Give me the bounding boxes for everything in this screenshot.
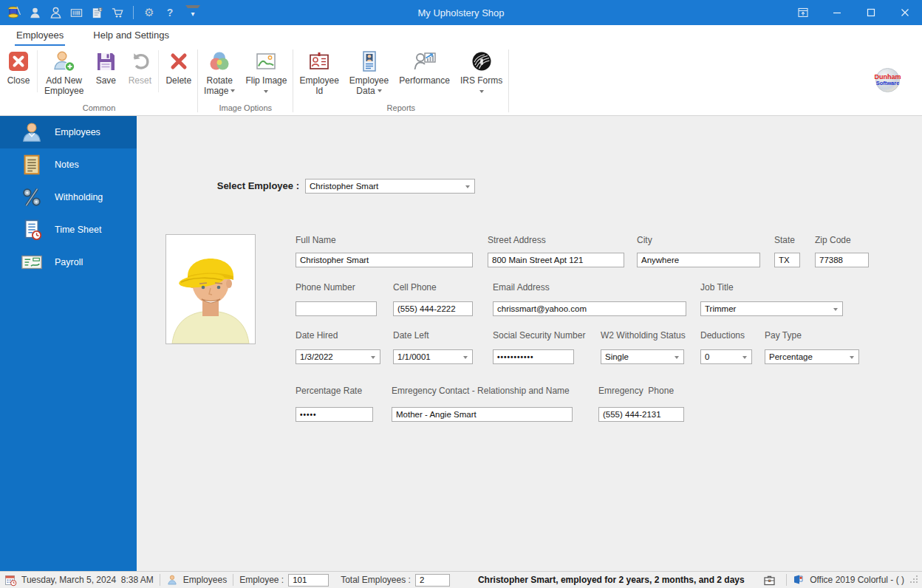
employee-list-icon[interactable] [27,5,42,20]
sidebar-item-employees[interactable]: Employees [0,116,137,148]
pay-type-combo[interactable]: Percentage [765,349,859,364]
navigation-sidebar: Employees Notes Withholding Time Sheet [0,116,137,571]
notes-notepad-icon [20,153,44,177]
add-new-employee-button[interactable]: Add New Employee [39,46,89,103]
dropdown-arrow-icon[interactable] [742,356,747,359]
maximize-button[interactable] [854,0,888,25]
employees-person-icon [20,120,44,144]
field-label: Percentage Rate [296,386,362,396]
job-title-combo[interactable]: Trimmer [700,301,843,316]
status-bar: Tuesday, March 5, 2024 8:38 AM Employees… [0,571,922,588]
emergency-phone-input[interactable]: (555) 444-2131 [598,407,684,422]
rotate-image-button[interactable]: Rotate Image [199,46,240,103]
tab-employees[interactable]: Employees [15,25,65,46]
ribbon-display-options-button[interactable] [786,0,820,25]
invoice-icon[interactable]: $ [89,5,104,20]
email-address-input[interactable]: chrissmart@yahoo.com [493,301,686,316]
emergency-phone-field: Emregency Phone (555) 444-2131 [598,407,684,422]
date-left-combo[interactable]: 1/1/0001 [393,349,473,364]
close-icon [7,49,30,73]
street-address-input[interactable]: 800 Main Street Apt 121 [488,253,624,267]
irs-forms-button[interactable]: IRS Forms [455,46,508,103]
save-button[interactable]: Save [89,46,123,103]
tab-help-and-settings[interactable]: Help and Settings [92,25,171,46]
ssn-input[interactable]: ••••••••••• [493,349,574,364]
sidebar-item-notes[interactable]: Notes [0,148,137,181]
field-label: W2 Witholding Status [601,330,686,341]
resize-grip[interactable] [910,575,919,584]
cell-phone-input[interactable]: (555) 444-2222 [393,301,473,316]
field-label: Street Address [488,235,546,245]
dropdown-chevron-icon [378,89,382,92]
emergency-contact-input[interactable]: Mother - Angie Smart [392,407,573,422]
shopping-cart-icon[interactable] [110,5,125,20]
dunham-software-logo: Dunham Software [875,68,900,92]
close-button[interactable]: Close [1,46,35,103]
sidebar-item-withholding[interactable]: Withholding [0,181,137,213]
delete-button[interactable]: Delete [160,46,197,103]
status-separator [786,574,787,586]
sidebar-item-time-sheet[interactable]: Time Sheet [0,213,137,246]
city-input[interactable]: Anywhere [637,253,760,267]
dropdown-arrow-icon[interactable] [463,356,468,359]
dropdown-arrow-icon[interactable] [850,356,854,359]
barcode-icon[interactable] [69,5,83,20]
phone-number-input[interactable] [296,301,377,316]
status-skin-name[interactable]: Office 2019 Colorful - ( ) [810,575,904,585]
rotate-image-icon [208,49,231,73]
state-input[interactable]: TX [774,253,800,267]
zip-code-input[interactable]: 77388 [815,253,869,267]
field-label: State [774,235,795,245]
field-label: Cell Phone [393,282,437,293]
select-employee-combo[interactable]: Christopher Smart [305,179,475,194]
employee-form-panel: Select Employee : Christopher Smart [137,116,922,571]
ribbon-group-label: Reports [294,103,508,115]
w2-status-combo[interactable]: Single [601,349,684,364]
ribbon-group-label: Image Options [199,103,292,115]
reset-button[interactable]: Reset [123,46,157,103]
status-summary: Christopher Smart, employed for 2 years,… [478,575,745,585]
app-logo-thread-spool-icon [7,5,21,20]
dropdown-chevron-icon [479,90,484,93]
status-total-employees[interactable]: 2 [415,574,450,587]
sidebar-item-payroll[interactable]: Payroll [0,246,137,278]
phone-number-field: Phone Number [296,301,377,316]
deductions-combo[interactable]: 0 [700,349,752,364]
status-employee-label: Employee : [239,575,284,585]
ribbon: Close Add New Employee Save [0,46,922,116]
minimize-button[interactable] [820,0,854,25]
title-bar: $ ⚙ ? ▾ My Upholstery Shop [0,0,922,25]
select-employee-label: Select Employee : [166,180,299,191]
employee-data-button[interactable]: Employee Data [344,46,394,103]
qat-customize-chevron-icon[interactable]: ▾ [185,5,200,20]
dropdown-arrow-icon[interactable] [371,356,375,359]
ribbon-tab-row: Employees Help and Settings [0,25,922,46]
save-floppy-icon [94,49,117,73]
full-name-field: Full Name Christopher Smart [296,253,473,267]
flip-image-button[interactable]: Flip Image [240,46,292,103]
status-separator [160,574,160,586]
percentage-rate-input[interactable]: ••••• [296,407,373,422]
employee-id-button[interactable]: Employee Id [294,46,344,103]
status-employee-id[interactable]: 101 [288,574,329,587]
ribbon-group-label: Common [1,103,197,115]
close-window-button[interactable] [888,0,922,25]
date-hired-combo[interactable]: 1/3/2022 [296,349,380,364]
performance-button[interactable]: Performance [394,46,455,103]
dropdown-arrow-icon[interactable] [833,308,838,311]
dropdown-arrow-icon[interactable] [675,356,679,359]
dropdown-arrow-icon[interactable] [465,185,470,188]
quick-access-toolbar: $ ⚙ ? ▾ [0,5,200,20]
sidebar-item-label: Employees [55,127,100,137]
status-separator [233,574,233,586]
help-icon[interactable]: ? [163,5,177,20]
customer-icon[interactable] [48,5,63,20]
emergency-contact-field: Emregency Contact - Relationship and Nam… [392,407,573,422]
deductions-field: Deductions 0 [700,349,752,364]
full-name-input[interactable]: Christopher Smart [296,253,473,267]
irs-emblem-icon [470,49,494,73]
field-label: City [637,235,652,245]
ribbon-group-separator [508,49,509,112]
briefcase-icon[interactable] [763,574,776,587]
settings-gear-icon[interactable]: ⚙ [142,5,157,20]
